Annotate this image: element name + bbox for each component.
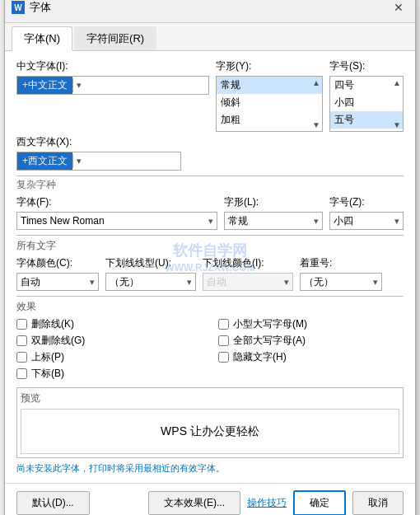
complex-size-group: 字号(Z): 小四 (329, 195, 404, 230)
emphasis-group: 着重号: （无） (300, 256, 382, 291)
complex-row: 字体(F): Times New Roman 字形(L): 常规 字号(Z): (16, 195, 404, 230)
western-font-arrow[interactable]: ▾ (72, 154, 85, 168)
chinese-font-arrow[interactable]: ▾ (72, 78, 85, 92)
all-caps-label: 全部大写字母(A) (233, 334, 306, 348)
complex-style-select[interactable]: 常规 (224, 212, 323, 230)
hidden-label: 隐藏文字(H) (233, 350, 287, 364)
complex-style-label: 字形(L): (224, 195, 323, 209)
font-color-label: 字体颜色(C): (16, 256, 99, 270)
chinese-font-input[interactable]: +中文正文 ▾ (16, 76, 209, 95)
style-item-italic[interactable]: 倾斜 (217, 94, 322, 111)
tab-spacing[interactable]: 字符间距(R) (74, 26, 156, 50)
strikethrough-checkbox[interactable] (16, 319, 27, 330)
preview-section: 预览 WPS 让办公更轻松 (16, 387, 404, 458)
dialog-content: 中文字体(I): +中文正文 ▾ 字形(Y): 常规 倾斜 加粗 ▲ ▼ 字号(… (5, 51, 415, 483)
complex-style-group: 字形(L): 常规 (224, 195, 323, 230)
style-item-bold[interactable]: 加粗 (217, 111, 322, 129)
complex-section-label: 复杂字种 (16, 176, 404, 192)
size-group: 字号(S): 四号 小四 五号 ▲ ▼ (329, 59, 404, 132)
all-text-row: 字体颜色(C): 自动 下划线线型(U): （无） (16, 256, 404, 291)
western-font-label: 西文字体(X): (16, 135, 404, 149)
dialog-title: 字体 (30, 0, 51, 15)
underline-style-group: 下划线线型(U): （无） (105, 256, 196, 291)
all-text-section: 所有文字 字体颜色(C): 自动 下划线线型(U): （无） (16, 235, 404, 291)
hidden-checkbox[interactable] (218, 352, 229, 363)
superscript-checkbox[interactable] (16, 352, 27, 363)
title-bar: W 字体 ✕ (5, 0, 415, 23)
dialog-icon: W (12, 1, 25, 14)
western-font-value: +西文正文 (17, 152, 72, 170)
ok-button[interactable]: 确定 (293, 490, 346, 515)
style-scroll-down[interactable]: ▼ (312, 120, 320, 129)
double-strikethrough-label: 双删除线(G) (31, 334, 85, 348)
complex-size-select[interactable]: 小四 (329, 212, 404, 230)
complex-size-label: 字号(Z): (329, 195, 404, 209)
effects-grid: 删除线(K) 小型大写字母(M) 双删除线(G) 全部大写字母(A) 上标(P) (16, 317, 404, 381)
tab-font[interactable]: 字体(N) (12, 26, 72, 51)
size-scroll-down[interactable]: ▼ (393, 120, 401, 129)
preview-label: 预览 (21, 391, 399, 405)
effect-small-caps: 小型大写字母(M) (218, 317, 404, 331)
effect-superscript: 上标(P) (16, 350, 202, 364)
emphasis-label: 着重号: (300, 256, 382, 270)
font-dialog: W 字体 ✕ 字体(N) 字符间距(R) 中文字体(I): +中文正文 ▾ 字形… (4, 0, 416, 515)
preview-text: WPS 让办公更轻松 (161, 424, 259, 439)
superscript-label: 上标(P) (31, 350, 64, 364)
size-item-5[interactable]: 五号 (330, 111, 403, 129)
complex-font-combo[interactable]: Times New Roman (16, 212, 217, 230)
all-caps-checkbox[interactable] (218, 335, 229, 346)
all-text-label: 所有文字 (16, 239, 404, 253)
underline-color-combo: 自动 (203, 273, 293, 291)
effect-strikethrough: 删除线(K) (16, 317, 202, 331)
size-item-4[interactable]: 四号 (330, 77, 403, 94)
style-listbox[interactable]: 常规 倾斜 加粗 ▲ ▼ (216, 76, 323, 132)
style-group: 字形(Y): 常规 倾斜 加粗 ▲ ▼ (216, 59, 323, 132)
effect-double-strikethrough: 双删除线(G) (16, 334, 202, 348)
text-effects-button[interactable]: 文本效果(E)... (148, 491, 240, 515)
underline-color-label: 下划线颜色(I): (203, 256, 293, 270)
cancel-button[interactable]: 取消 (352, 491, 404, 515)
western-font-group: 西文字体(X): +西文正文 ▾ (16, 135, 404, 171)
effects-label: 效果 (16, 300, 404, 314)
size-scroll-up[interactable]: ▲ (393, 78, 401, 87)
effect-subscript: 下标(B) (16, 367, 202, 381)
complex-font-select[interactable]: Times New Roman (16, 212, 217, 230)
underline-style-label: 下划线线型(U): (105, 256, 196, 270)
effect-all-caps: 全部大写字母(A) (218, 334, 404, 348)
subscript-label: 下标(B) (31, 367, 64, 381)
size-listbox[interactable]: 四号 小四 五号 ▲ ▼ (329, 76, 404, 132)
emphasis-select[interactable]: （无） (300, 273, 382, 291)
chinese-font-value: +中文正文 (17, 77, 72, 94)
underline-color-select: 自动 (203, 273, 293, 291)
tips-button[interactable]: 操作技巧 (247, 496, 287, 510)
effect-hidden: 隐藏文字(H) (218, 350, 404, 364)
font-color-select[interactable]: 自动 (16, 273, 99, 291)
small-caps-checkbox[interactable] (218, 319, 229, 330)
western-font-input[interactable]: +西文正文 ▾ (16, 152, 181, 171)
subscript-checkbox[interactable] (16, 368, 27, 379)
style-label: 字形(Y): (216, 59, 323, 73)
size-item-xiaosi[interactable]: 小四 (330, 94, 403, 111)
font-color-combo[interactable]: 自动 (16, 273, 99, 291)
underline-style-select[interactable]: （无） (105, 273, 196, 291)
tabs-bar: 字体(N) 字符间距(R) (5, 23, 415, 51)
chinese-font-group: 中文字体(I): +中文正文 ▾ (16, 59, 209, 132)
size-label: 字号(S): (329, 59, 404, 73)
main-font-row: 中文字体(I): +中文正文 ▾ 字形(Y): 常规 倾斜 加粗 ▲ ▼ 字号(… (16, 59, 404, 132)
hint-text: 尚未安装此字体，打印时将采用最相近的有效字体。 (16, 462, 404, 475)
emphasis-combo[interactable]: （无） (300, 273, 382, 291)
title-bar-left: W 字体 (12, 0, 51, 15)
style-item-regular[interactable]: 常规 (217, 77, 322, 94)
double-strikethrough-checkbox[interactable] (16, 335, 27, 346)
underline-color-group: 下划线颜色(I): 自动 (203, 256, 293, 291)
style-scroll-up[interactable]: ▲ (312, 78, 320, 87)
complex-size-combo[interactable]: 小四 (329, 212, 404, 230)
complex-font-label: 字体(F): (16, 195, 217, 209)
complex-font-group: 字体(F): Times New Roman (16, 195, 217, 230)
default-button[interactable]: 默认(D)... (16, 491, 90, 515)
effects-section: 效果 删除线(K) 小型大写字母(M) 双删除线(G) 全部大写字母(A) (16, 296, 404, 381)
close-button[interactable]: ✕ (389, 0, 408, 17)
complex-style-combo[interactable]: 常规 (224, 212, 323, 230)
underline-style-combo[interactable]: （无） (105, 273, 196, 291)
font-color-group: 字体颜色(C): 自动 (16, 256, 99, 291)
